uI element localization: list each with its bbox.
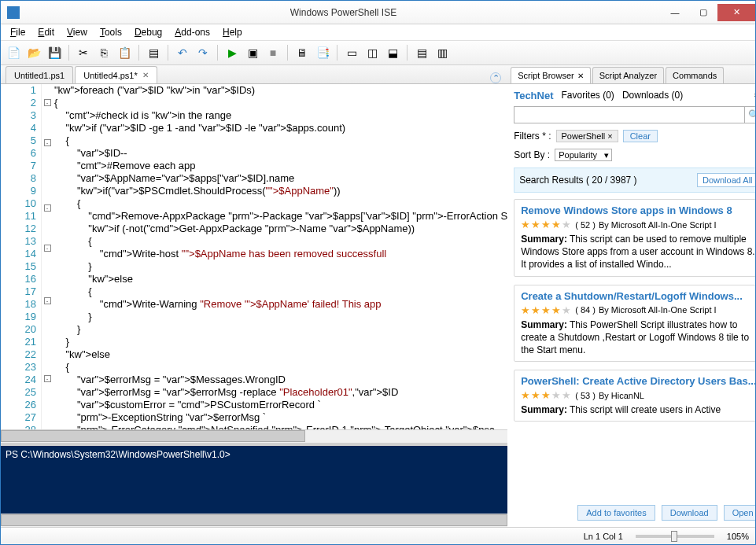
filters-label: Filters * : [514,131,551,142]
app-icon [7,6,20,19]
zoom-slider[interactable] [636,535,714,538]
window-controls: — ▢ ✕ [661,4,755,21]
code-editor[interactable]: 1234567891011121314151617181920212223242… [1,84,507,429]
tab-script-analyzer[interactable]: Script Analyzer [592,67,664,83]
tab-untitled4[interactable]: Untitled4.ps1*✕ [75,66,157,83]
console-pane[interactable]: PS C:\Windows\System32\WindowsPowerShell… [1,443,507,514]
close-icon[interactable]: ✕ [577,72,584,80]
summary-text: Summary: This PowerShell Script illustra… [521,319,755,357]
window-title: Windows PowerShell ISE [26,7,661,18]
downloads-link[interactable]: Downloads (0) [622,90,683,101]
menu-tools[interactable]: Tools [95,25,127,39]
fold-icon[interactable]: - [44,204,51,212]
run-icon[interactable]: ▶ [223,43,242,62]
script-browser: TechNet Favorites (0) Downloads (0) ⚙ 🔍 … [507,84,755,527]
result-card: PowerShell: Create Active Directory User… [514,370,755,422]
show-addon-icon[interactable]: ▥ [433,43,452,62]
stop-icon[interactable]: ■ [264,43,282,62]
right-pane: Script Browser✕ Script Analyzer Commands… [507,65,755,527]
menu-view[interactable]: View [62,25,92,39]
menu-debug[interactable]: Debug [130,25,167,39]
download-button[interactable]: Download [662,505,717,521]
menubar: File Edit View Tools Debug Add-ons Help [1,24,755,40]
cursor-position: Ln 1 Col 1 [584,532,623,541]
open-icon[interactable]: 📂 [24,43,43,62]
technet-link[interactable]: TechNet [514,90,553,101]
results-list: Remove Windows Store apps in Windows 8★★… [514,199,755,500]
layout3-icon[interactable]: ⬓ [383,43,402,62]
summary-text: Summary: This script will create users i… [521,403,755,416]
fold-icon[interactable]: - [44,245,51,252]
console-prompt: PS C:\Windows\System32\WindowsPowerShell… [6,449,230,460]
fold-icon[interactable]: - [44,99,51,106]
download-all-button[interactable]: Download All [697,173,755,187]
search-input[interactable] [514,106,744,123]
open-button[interactable]: Open [724,505,755,521]
left-pane: Untitled1.ps1 Untitled4.ps1*✕ ⌃ 12345678… [1,65,507,527]
statusbar: Ln 1 Col 1 105% [1,527,755,544]
rating-row: ★★★★★( 52 ) By Microsoft All-In-One Scri… [521,219,755,230]
stars-icon: ★★★★★ [521,219,572,230]
code-area[interactable]: "kw">foreach ("var">$ID "kw">in "var">$I… [53,84,507,429]
new-icon[interactable]: 📄 [4,43,23,62]
main-area: Untitled1.ps1 Untitled4.ps1*✕ ⌃ 12345678… [1,65,755,527]
author-label: By HicanNL [599,391,644,400]
menu-file[interactable]: File [6,25,30,39]
close-button[interactable]: ✕ [717,4,755,21]
fold-icon[interactable]: - [44,297,51,304]
fold-icon[interactable]: - [44,375,51,382]
redo-icon[interactable]: ↷ [194,43,212,62]
tab-untitled1[interactable]: Untitled1.ps1 [6,66,73,83]
result-card: Create a Shutdown/Restart/Logoff Windows… [514,285,755,363]
layout1-icon[interactable]: ▭ [342,43,361,62]
copy-icon[interactable]: ⎘ [94,43,113,62]
tab-script-browser[interactable]: Script Browser✕ [511,67,591,83]
maximize-button[interactable]: ▢ [689,4,717,21]
titlebar: Windows PowerShell ISE — ▢ ✕ [1,1,755,24]
tab-commands[interactable]: Commands [666,67,724,83]
gear-icon[interactable]: ⚙ [754,89,755,101]
result-card: Remove Windows Store apps in Windows 8★★… [514,199,755,277]
show-command-icon[interactable]: ▤ [412,43,431,62]
menu-addons[interactable]: Add-ons [170,25,215,39]
clear-button[interactable]: Clear [623,130,658,142]
console-scrollbar[interactable] [1,514,507,527]
result-title[interactable]: Remove Windows Store apps in Windows 8 [521,204,755,216]
editor-scrollbar[interactable] [1,429,507,443]
search-icon[interactable]: 🔍 [745,106,755,123]
stars-icon: ★★★★★ [521,304,572,316]
fold-icon[interactable]: - [44,139,51,146]
right-tabs: Script Browser✕ Script Analyzer Commands… [507,65,755,84]
minimize-button[interactable]: — [661,4,689,21]
result-title[interactable]: PowerShell: Create Active Directory User… [521,375,755,387]
menu-edit[interactable]: Edit [33,25,59,39]
rating-row: ★★★★★( 53 ) By HicanNL [521,389,755,401]
add-favorites-button[interactable]: Add to favorites [577,505,655,521]
remote-file-icon[interactable]: 📑 [313,43,332,62]
summary-text: Summary: This script can be used to remo… [521,233,755,271]
sortby-label: Sort By : [514,149,550,160]
clear-icon[interactable]: ▤ [144,43,163,62]
menu-help[interactable]: Help [218,25,247,39]
run-selection-icon[interactable]: ▣ [243,43,262,62]
expand-icon[interactable]: ⌃ [490,72,501,83]
close-icon[interactable]: ✕ [142,71,149,79]
rating-row: ★★★★★( 84 ) By Microsoft All-In-One Scri… [521,304,755,316]
undo-icon[interactable]: ↶ [173,43,192,62]
results-header: Search Results ( 20 / 3987 ) Download Al… [514,168,755,193]
layout2-icon[interactable]: ◫ [363,43,382,62]
result-title[interactable]: Create a Shutdown/Restart/Logoff Windows… [521,290,755,302]
filter-chip[interactable]: PowerShell × [556,130,618,142]
remote-icon[interactable]: 🖥 [293,43,312,62]
cut-icon[interactable]: ✂ [74,43,93,62]
author-label: By Microsoft All-In-One Script I [599,305,717,315]
toolbar: 📄 📂 💾 ✂ ⎘ 📋 ▤ ↶ ↷ ▶ ▣ ■ 🖥 📑 ▭ ◫ ⬓ ▤ ▥ [1,40,755,65]
paste-icon[interactable]: 📋 [115,43,134,62]
stars-icon: ★★★★★ [521,389,572,401]
save-icon[interactable]: 💾 [45,43,64,62]
fold-column: ------ [42,84,53,429]
favorites-link[interactable]: Favorites (0) [562,90,614,101]
sort-select[interactable]: Popularity ▾ [555,149,612,161]
zoom-value: 105% [727,532,749,541]
chevron-down-icon: ▾ [604,150,609,160]
